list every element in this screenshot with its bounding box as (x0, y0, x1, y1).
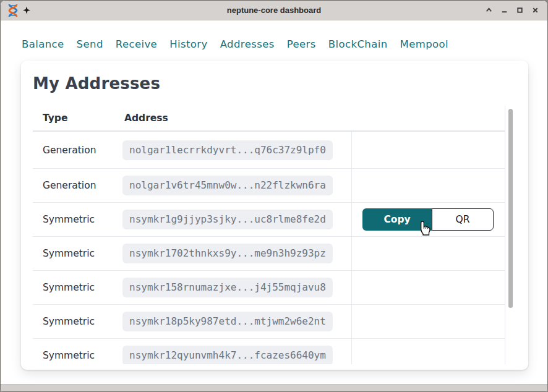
row-actions-cell (351, 305, 505, 338)
nav-tab-addresses[interactable]: Addresses (220, 38, 275, 50)
table-row[interactable]: Generation nolgar1lecrrkdyvrt...q76c37z9… (33, 132, 505, 169)
app-window: neptune-core dashboard Balance Send Rece… (0, 0, 548, 392)
nav-tab-balance[interactable]: Balance (22, 38, 64, 50)
row-actions-cell (351, 237, 505, 270)
minimize-window-button[interactable] (500, 6, 508, 15)
address-type: Symmetric (33, 282, 122, 293)
row-actions-cell (351, 339, 505, 364)
nav-tab-receive[interactable]: Receive (116, 38, 157, 50)
nav-tab-mempool[interactable]: Mempool (400, 38, 449, 50)
nav-tab-send[interactable]: Send (77, 38, 103, 50)
table-row[interactable]: Symmetric nsymkr1g9jjyp3sjky...uc8rlme8f… (33, 203, 505, 237)
row-actions-cell (351, 271, 505, 304)
address-value: nsymkr1g9jjyp3sjky...uc8rlme8fe2d (122, 210, 333, 229)
vertical-scrollbar-thumb[interactable] (508, 109, 513, 308)
address-type: Symmetric (33, 214, 122, 225)
table-row[interactable]: Symmetric nsymkr18p5ky987etd...mtjwm2w6e… (33, 305, 505, 339)
nav-tab-peers[interactable]: Peers (287, 38, 316, 50)
address-type: Symmetric (33, 316, 122, 327)
address-type: Generation (33, 180, 122, 191)
qr-code-button[interactable]: QR (432, 208, 494, 231)
address-value: nolgar1lecrrkdyvrt...q76c37z9lpf0 (122, 140, 333, 160)
address-value: nolgar1v6tr45mnw0w...n22flzkwn6ra (122, 176, 333, 195)
address-value: nsymkr18p5ky987etd...mtjwm2w6e2nt (122, 312, 333, 331)
address-value: nsymkr1702thnkxs9y...me9n3h9z93pz (122, 244, 333, 263)
address-type: Symmetric (33, 350, 122, 361)
column-header-address: Address (122, 113, 351, 124)
row-actions-cell (351, 169, 505, 202)
table-row[interactable]: Symmetric nsymkr1702thnkxs9y...me9n3h9z9… (33, 237, 505, 271)
address-type: Symmetric (33, 248, 122, 259)
addresses-card: My Addresses Type Address Generation nol… (21, 61, 528, 370)
window-title: neptune-core dashboard (1, 6, 547, 15)
table-row[interactable]: Generation nolgar1v6tr45mnw0w...n22flzkw… (33, 169, 505, 203)
column-header-type: Type (33, 113, 122, 124)
column-header-actions (351, 106, 505, 130)
address-actions: Copy QR (362, 208, 494, 231)
window-bottom-edge[interactable] (1, 384, 547, 391)
address-type: Generation (33, 145, 122, 156)
page-title: My Addresses (33, 74, 160, 93)
nav-tab-history[interactable]: History (169, 38, 208, 50)
table-row[interactable]: Symmetric nsymkr158rnumazjxe...j4j55mqja… (33, 271, 505, 305)
table-row[interactable]: Symmetric nsymkr12qyunvmh4k7...fcazes664… (33, 339, 505, 364)
nav-tab-blockchain[interactable]: BlockChain (328, 38, 388, 50)
row-actions-cell (351, 132, 505, 168)
maximize-window-button[interactable] (515, 6, 524, 15)
address-value: nsymkr158rnumazjxe...j4j55mqjavu8 (122, 278, 333, 297)
addresses-table: Type Address Generation nolgar1lecrrkdyv… (33, 106, 505, 364)
table-header-row: Type Address (33, 106, 505, 132)
close-window-button[interactable] (531, 6, 539, 15)
copy-address-button[interactable]: Copy (362, 208, 432, 231)
address-value: nsymkr12qyunvmh4k7...fcazes6640ym (122, 346, 333, 364)
row-actions-cell: Copy QR (351, 203, 505, 236)
titlebar[interactable]: neptune-core dashboard (1, 1, 547, 20)
shade-window-button[interactable] (484, 6, 493, 15)
main-nav: Balance Send Receive History Addresses P… (22, 38, 448, 50)
